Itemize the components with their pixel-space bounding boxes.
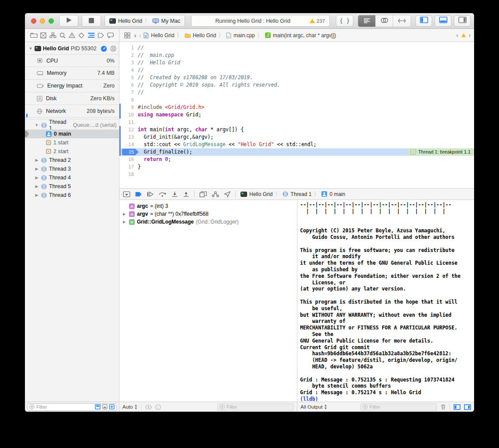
breakpoint-annotation[interactable]: Thread 1: breakpoint 1.1 [408,148,474,156]
code-line[interactable]: 13 Grid_init(&argc,&argv); [119,133,474,141]
gauge-row-energy[interactable]: Energy ImpactZero [25,80,119,92]
toggle-debug-area-button[interactable] [435,15,451,27]
code-snippet-button[interactable]: { } [336,15,353,27]
code-line[interactable]: 18 [119,171,474,178]
breakpoint-arrow-icon[interactable]: 15 [122,149,139,155]
zoom-window-button[interactable] [49,18,54,24]
disclosure-right-icon[interactable]: ▶ [35,193,39,197]
minimize-window-button[interactable] [40,18,45,24]
line-number[interactable]: 5 [119,74,138,81]
quicklook-eye-icon[interactable] [145,405,152,410]
toggle-inspector-button[interactable] [454,15,471,27]
line-number[interactable]: 4 [119,66,138,74]
gauge-row-disk[interactable]: DiskZero KB/s [25,92,119,105]
variable-row[interactable]: Aargc = (int) 3 [119,202,297,210]
code-line[interactable]: 4// [119,66,474,74]
line-number[interactable]: 1 [119,44,138,52]
line-number[interactable]: 3 [119,59,138,66]
source-editor[interactable]: 1//2// main.cpp3// Hello Grid4//5// Crea… [119,42,474,188]
simulate-location-button[interactable] [224,191,230,197]
line-number[interactable]: 2 [119,52,138,59]
code-line[interactable]: 3// Hello Grid [119,59,474,66]
debug-breadcrumb-item[interactable]: 0 main [321,191,345,197]
thread-row[interactable]: ▶Thread 6 [25,191,119,200]
code-line[interactable]: 10using namespace Grid; [119,111,474,119]
show-variables-view-button[interactable] [454,404,461,410]
close-window-button[interactable] [31,18,36,24]
line-number[interactable]: 6 [119,81,138,89]
assistant-editor-button[interactable] [376,15,393,27]
disclosure-right-icon[interactable]: ▶ [35,184,39,189]
gauge-row-memory[interactable]: Memory7.4 MB [25,67,119,80]
stop-button[interactable] [82,15,101,27]
step-out-button[interactable] [183,191,189,197]
show-console-view-button[interactable] [464,404,471,410]
jumpbar-crumb[interactable]: Hello Grid [143,32,174,38]
navigator-filter-input[interactable]: Filter [27,403,117,411]
code-line[interactable]: 8 [119,96,474,104]
console-scope-popup[interactable]: All Output ▲▼ [300,404,327,410]
debug-navigator-icon[interactable] [87,31,95,40]
lldb-prompt[interactable]: (lldb) [300,396,474,402]
disclosure-right-icon[interactable]: ▶ [35,175,39,180]
show-running-threads-icon[interactable] [102,404,108,410]
related-items-icon[interactable] [123,31,132,40]
variables-filter-input[interactable]: Filter [217,403,294,411]
run-button[interactable] [59,15,78,27]
jumpbar-crumb[interactable]: c+main.cpp [226,32,255,38]
jumpbar-crumb[interactable]: fmain(int argc, char * argv[]) [265,32,336,38]
issue-navigator-icon[interactable] [68,31,77,40]
warning-badge[interactable]: 237 [310,18,325,24]
version-editor-button[interactable] [393,15,411,27]
symbol-navigator-icon[interactable] [49,31,57,40]
line-number[interactable]: 18 [119,171,138,178]
console-filter-input[interactable]: Filter [360,403,437,411]
line-number[interactable]: 14 [119,141,138,148]
thread-row[interactable]: ▶Thread 4 [25,173,119,182]
variables-scope-popup[interactable]: Auto ▲▼ [122,404,138,410]
memory-graph-button[interactable] [212,191,219,197]
debug-breadcrumb-item[interactable]: Thread 1 [283,191,311,197]
gauge-row-network[interactable]: Network208 bytes/s [25,105,119,118]
step-into-button[interactable] [171,191,178,197]
line-number[interactable]: 7 [119,89,138,96]
line-number[interactable]: 13 [119,133,138,141]
line-number[interactable]: 10 [119,111,138,119]
line-number[interactable]: 8 [119,96,138,104]
debug-view-hierarchy-button[interactable] [199,191,207,197]
clear-console-button[interactable] [440,404,446,410]
process-row[interactable]: ▼ Hello Grid PID 55302 [25,43,119,54]
activity-status[interactable]: Running Hello Grid : Hello Grid 237 [191,15,330,27]
hide-debug-area-button[interactable] [123,191,130,197]
jumpbar-crumb[interactable]: Hello Grid [185,32,216,38]
disclosure-down-icon[interactable]: ▼ [35,123,39,127]
go-forward-button[interactable]: › [139,32,141,39]
disclosure-right-icon[interactable]: ▶ [123,212,127,216]
gauge-icon[interactable] [101,46,107,52]
show-paused-threads-icon[interactable] [95,404,101,410]
thread-row[interactable]: ▼Thread 1Queue:...d (serial) [25,121,119,130]
console-output[interactable]: --|--|--|--|--|--|--|--|--|--|--|--|--|-… [297,200,474,402]
disclosure-right-icon[interactable]: ▶ [35,158,39,162]
previous-issue-button[interactable]: ‹ [456,32,458,38]
scheme-selector[interactable]: Hello Grid 〉 My Mac [105,15,185,27]
disclosure-right-icon[interactable]: ▶ [35,167,39,171]
source-control-navigator-icon[interactable] [39,31,48,40]
gauge-row-cpu[interactable]: CPU0% [25,54,119,67]
threads-view-icon[interactable] [110,46,116,52]
line-number[interactable]: 9 [119,104,138,111]
code-line[interactable]: 17} [119,163,474,171]
code-line[interactable]: 1// [119,44,474,52]
report-navigator-icon[interactable] [106,31,115,40]
code-line[interactable]: 1515 Grid_finalize();Thread 1: breakpoin… [119,148,474,156]
show-stack-frames-icon[interactable] [109,404,115,410]
line-number[interactable]: 12 [119,126,138,133]
stack-frame-row[interactable]: 2 start [25,147,119,156]
thread-row[interactable]: ▶Thread 2 [25,156,119,164]
stack-frame-row[interactable]: 1 start [25,138,119,147]
breakpoints-toggle-button[interactable] [135,192,142,197]
code-line[interactable]: 12int main(int argc, char * argv[]) { [119,126,474,133]
step-over-button[interactable] [158,191,167,197]
next-issue-button[interactable]: › [469,32,471,38]
thread-row[interactable]: ▶Thread 5 [25,182,119,191]
